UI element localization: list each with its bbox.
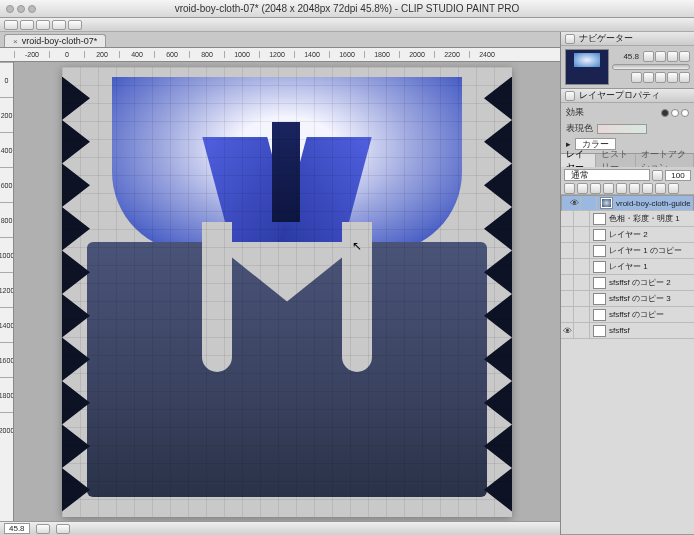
- tab-autoaction[interactable]: オートアクション: [636, 154, 694, 167]
- document-tabbar: × vroid-boy-cloth-07*: [0, 32, 560, 48]
- layer-row[interactable]: レイヤー 1: [561, 259, 694, 275]
- artwork-cutout: [342, 222, 372, 372]
- panel-icon[interactable]: [565, 91, 575, 101]
- artwork-edge: [62, 77, 90, 512]
- layer-name: 色相・彩度・明度 1: [609, 213, 691, 224]
- tab-layers[interactable]: レイヤー: [561, 154, 596, 167]
- layer-thumbnail: [593, 325, 606, 337]
- reset-view-icon[interactable]: [679, 72, 690, 83]
- layer-row[interactable]: レイヤー 2: [561, 227, 694, 243]
- layer-name: レイヤー 1: [609, 261, 691, 272]
- layer-row[interactable]: 👁sfsffsf: [561, 323, 694, 339]
- lock-cell[interactable]: [577, 259, 590, 274]
- border-color-swatch[interactable]: [597, 124, 647, 134]
- zoom-value[interactable]: 45.8: [4, 523, 30, 534]
- new-layer-icon[interactable]: [655, 183, 666, 194]
- layer-row[interactable]: 色相・彩度・明度 1: [561, 211, 694, 227]
- ruler-vertical: 0200400600800100012001400160018002000: [0, 62, 14, 521]
- lock-cell[interactable]: [577, 291, 590, 306]
- layer-name: sfsffsf のコピー 2: [609, 277, 691, 288]
- ruler-icon[interactable]: [629, 183, 640, 194]
- flip-h-icon[interactable]: [655, 72, 666, 83]
- rotate-left-icon[interactable]: [631, 72, 642, 83]
- zoom-in-icon[interactable]: [655, 51, 666, 62]
- toolbar-button[interactable]: [68, 20, 82, 30]
- blend-mode-select[interactable]: 通常: [564, 169, 650, 181]
- panel-icon[interactable]: [565, 34, 575, 44]
- toolbar-button[interactable]: [36, 20, 50, 30]
- lock-cell[interactable]: [577, 227, 590, 242]
- canvas[interactable]: ↖: [62, 67, 512, 517]
- document-tab[interactable]: × vroid-boy-cloth-07*: [4, 34, 106, 47]
- tab-history[interactable]: ヒストリー: [596, 154, 636, 167]
- layer-thumbnail: [593, 245, 606, 257]
- window-controls[interactable]: [0, 5, 36, 13]
- lock-icon[interactable]: [564, 183, 575, 194]
- visibility-icon[interactable]: [561, 275, 574, 290]
- layer-thumbnail: [593, 277, 606, 289]
- ruler-horizontal: -200020040060080010001200140016001800200…: [0, 48, 560, 62]
- ref-icon[interactable]: [590, 183, 601, 194]
- draft-icon[interactable]: [603, 183, 614, 194]
- toolbar-button[interactable]: [4, 20, 18, 30]
- border-color-label: 表現色: [566, 122, 593, 135]
- opacity-value[interactable]: 100: [665, 170, 691, 181]
- layer-row[interactable]: 👁vroid-boy-cloth-guide のコピー: [561, 195, 694, 211]
- layer-name: sfsffsf のコピー 3: [609, 293, 691, 304]
- visibility-icon[interactable]: [561, 243, 574, 258]
- status-button[interactable]: [36, 524, 50, 534]
- clip-icon[interactable]: [577, 183, 588, 194]
- main-toolbar: [0, 18, 694, 32]
- lock-cell[interactable]: [577, 275, 590, 290]
- lock-cell[interactable]: [577, 323, 590, 338]
- canvas-viewport[interactable]: ↖: [14, 62, 560, 521]
- nav-zoom-value: 45.8: [623, 52, 639, 61]
- status-bar: 45.8: [0, 521, 560, 535]
- effect-label: 効果: [566, 106, 584, 119]
- layer-row[interactable]: sfsffsf のコピー: [561, 307, 694, 323]
- layer-name: レイヤー 1 のコピー: [609, 245, 691, 256]
- visibility-icon[interactable]: [561, 211, 574, 226]
- artwork-tie: [272, 122, 300, 222]
- visibility-icon[interactable]: [561, 307, 574, 322]
- lock-cell[interactable]: [584, 196, 597, 210]
- artwork-cutout: [202, 222, 232, 372]
- zoom-fit-icon[interactable]: [667, 51, 678, 62]
- lock-cell[interactable]: [577, 243, 590, 258]
- visibility-icon[interactable]: [561, 227, 574, 242]
- toolbar-button[interactable]: [20, 20, 34, 30]
- flip-v-icon[interactable]: [667, 72, 678, 83]
- lock-cell[interactable]: [577, 211, 590, 226]
- color-icon[interactable]: [642, 183, 653, 194]
- panel-tabs: レイヤー ヒストリー オートアクション: [561, 154, 694, 167]
- close-icon[interactable]: ×: [13, 37, 18, 46]
- layer-thumbnail: [593, 293, 606, 305]
- layers-panel: レイヤー ヒストリー オートアクション 通常 100: [561, 154, 694, 535]
- zoom-slider[interactable]: [612, 64, 690, 70]
- delete-layer-icon[interactable]: [668, 183, 679, 194]
- navigator-thumbnail[interactable]: [565, 49, 609, 85]
- layer-row[interactable]: sfsffsf のコピー 2: [561, 275, 694, 291]
- layer-thumbnail: [593, 309, 606, 321]
- effect-toggle[interactable]: [681, 109, 689, 117]
- navigator-panel: ナビゲーター 45.8: [561, 32, 694, 89]
- status-button[interactable]: [56, 524, 70, 534]
- effect-toggle[interactable]: [661, 109, 669, 117]
- layer-thumbnail: [593, 261, 606, 273]
- visibility-icon[interactable]: [561, 259, 574, 274]
- effect-toggle[interactable]: [671, 109, 679, 117]
- visibility-icon[interactable]: 👁: [568, 196, 581, 210]
- rotate-right-icon[interactable]: [643, 72, 654, 83]
- mask-icon[interactable]: [616, 183, 627, 194]
- toolbar-button[interactable]: [52, 20, 66, 30]
- artwork-edge: [484, 77, 512, 512]
- layer-row[interactable]: sfsffsf のコピー 3: [561, 291, 694, 307]
- layer-name: sfsffsf のコピー: [609, 309, 691, 320]
- layer-list[interactable]: 👁vroid-boy-cloth-guide のコピー色相・彩度・明度 1レイヤ…: [561, 195, 694, 534]
- zoom-out-icon[interactable]: [643, 51, 654, 62]
- layer-row[interactable]: レイヤー 1 のコピー: [561, 243, 694, 259]
- visibility-icon[interactable]: [561, 291, 574, 306]
- zoom-100-icon[interactable]: [679, 51, 690, 62]
- lock-cell[interactable]: [577, 307, 590, 322]
- visibility-icon[interactable]: 👁: [561, 323, 574, 338]
